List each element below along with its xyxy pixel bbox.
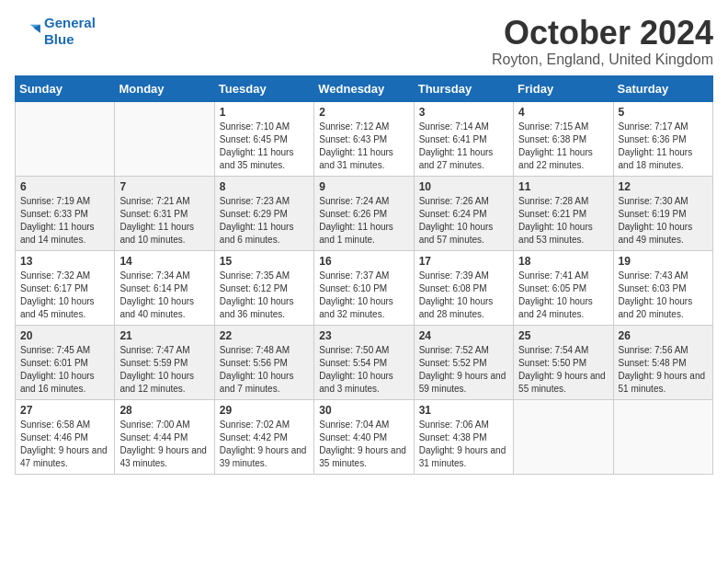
calendar-cell: 20Sunrise: 7:45 AM Sunset: 6:01 PM Dayli… (16, 325, 115, 399)
calendar-cell: 28Sunrise: 7:00 AM Sunset: 4:44 PM Dayli… (115, 399, 214, 474)
day-info: Sunrise: 7:52 AM Sunset: 5:52 PM Dayligh… (419, 344, 508, 396)
day-info: Sunrise: 7:54 AM Sunset: 5:50 PM Dayligh… (518, 344, 608, 396)
calendar-week-row: 13Sunrise: 7:32 AM Sunset: 6:17 PM Dayli… (16, 250, 713, 325)
calendar-cell: 16Sunrise: 7:37 AM Sunset: 6:10 PM Dayli… (314, 250, 414, 325)
day-number: 23 (319, 329, 408, 342)
day-number: 29 (220, 404, 309, 417)
day-info: Sunrise: 7:47 AM Sunset: 5:59 PM Dayligh… (119, 344, 209, 396)
day-number: 21 (119, 329, 209, 342)
day-number: 27 (20, 404, 109, 417)
calendar-cell (16, 101, 115, 176)
calendar-cell: 30Sunrise: 7:04 AM Sunset: 4:40 PM Dayli… (314, 399, 414, 474)
day-info: Sunrise: 7:04 AM Sunset: 4:40 PM Dayligh… (319, 419, 408, 470)
calendar-cell: 19Sunrise: 7:43 AM Sunset: 6:03 PM Dayli… (613, 250, 712, 325)
day-info: Sunrise: 7:19 AM Sunset: 6:33 PM Dayligh… (20, 195, 109, 247)
day-info: Sunrise: 7:41 AM Sunset: 6:05 PM Dayligh… (518, 270, 608, 321)
calendar-cell: 12Sunrise: 7:30 AM Sunset: 6:19 PM Dayli… (613, 176, 712, 250)
title-area: October 2024 Royton, England, United Kin… (492, 15, 713, 68)
logo: General Blue (15, 15, 96, 48)
day-number: 16 (319, 255, 408, 268)
calendar-cell: 14Sunrise: 7:34 AM Sunset: 6:14 PM Dayli… (115, 250, 214, 325)
calendar-cell: 24Sunrise: 7:52 AM Sunset: 5:52 PM Dayli… (414, 325, 513, 399)
calendar-cell: 6Sunrise: 7:19 AM Sunset: 6:33 PM Daylig… (16, 176, 115, 250)
calendar-cell: 17Sunrise: 7:39 AM Sunset: 6:08 PM Dayli… (414, 250, 513, 325)
day-number: 12 (619, 180, 708, 193)
calendar-cell: 5Sunrise: 7:17 AM Sunset: 6:36 PM Daylig… (613, 101, 712, 176)
svg-rect-0 (15, 21, 40, 41)
calendar-cell: 31Sunrise: 7:06 AM Sunset: 4:38 PM Dayli… (414, 399, 513, 474)
calendar-cell: 2Sunrise: 7:12 AM Sunset: 6:43 PM Daylig… (314, 101, 414, 176)
day-info: Sunrise: 7:45 AM Sunset: 6:01 PM Dayligh… (20, 344, 109, 396)
day-number: 20 (20, 329, 109, 342)
calendar-cell: 8Sunrise: 7:23 AM Sunset: 6:29 PM Daylig… (214, 176, 313, 250)
weekday-header-wednesday: Wednesday (314, 75, 414, 101)
day-number: 24 (419, 329, 508, 342)
day-number: 30 (319, 404, 408, 417)
calendar-cell: 10Sunrise: 7:26 AM Sunset: 6:24 PM Dayli… (414, 176, 513, 250)
day-info: Sunrise: 7:37 AM Sunset: 6:10 PM Dayligh… (319, 270, 408, 321)
location-title: Royton, England, United Kingdom (492, 52, 713, 68)
day-info: Sunrise: 7:28 AM Sunset: 6:21 PM Dayligh… (518, 195, 608, 247)
day-number: 31 (419, 404, 508, 417)
weekday-header-sunday: Sunday (16, 75, 115, 101)
day-info: Sunrise: 7:35 AM Sunset: 6:12 PM Dayligh… (220, 270, 309, 321)
calendar-cell: 29Sunrise: 7:02 AM Sunset: 4:42 PM Dayli… (214, 399, 313, 474)
calendar-week-row: 20Sunrise: 7:45 AM Sunset: 6:01 PM Dayli… (16, 325, 713, 399)
day-number: 4 (518, 106, 608, 119)
calendar-cell: 1Sunrise: 7:10 AM Sunset: 6:45 PM Daylig… (214, 101, 313, 176)
weekday-header-row: SundayMondayTuesdayWednesdayThursdayFrid… (16, 75, 713, 101)
day-number: 1 (220, 106, 309, 119)
day-info: Sunrise: 7:43 AM Sunset: 6:03 PM Dayligh… (619, 270, 708, 321)
day-number: 3 (419, 106, 508, 119)
day-number: 17 (419, 255, 508, 268)
month-title: October 2024 (492, 15, 713, 52)
day-info: Sunrise: 7:30 AM Sunset: 6:19 PM Dayligh… (619, 195, 708, 247)
day-info: Sunrise: 7:32 AM Sunset: 6:17 PM Dayligh… (20, 270, 109, 321)
day-info: Sunrise: 7:21 AM Sunset: 6:31 PM Dayligh… (119, 195, 209, 247)
day-number: 28 (119, 404, 209, 417)
day-info: Sunrise: 7:23 AM Sunset: 6:29 PM Dayligh… (220, 195, 309, 247)
day-number: 22 (220, 329, 309, 342)
day-info: Sunrise: 7:24 AM Sunset: 6:26 PM Dayligh… (319, 195, 408, 247)
day-number: 5 (619, 106, 708, 119)
calendar-cell: 15Sunrise: 7:35 AM Sunset: 6:12 PM Dayli… (214, 250, 313, 325)
calendar-cell: 4Sunrise: 7:15 AM Sunset: 6:38 PM Daylig… (514, 101, 613, 176)
logo-icon (15, 21, 40, 41)
day-number: 7 (119, 180, 209, 193)
calendar-week-row: 27Sunrise: 6:58 AM Sunset: 4:46 PM Dayli… (16, 399, 713, 474)
day-number: 10 (419, 180, 508, 193)
day-info: Sunrise: 7:34 AM Sunset: 6:14 PM Dayligh… (119, 270, 209, 321)
day-number: 14 (119, 255, 209, 268)
day-info: Sunrise: 7:17 AM Sunset: 6:36 PM Dayligh… (619, 121, 708, 172)
calendar-cell: 11Sunrise: 7:28 AM Sunset: 6:21 PM Dayli… (514, 176, 613, 250)
calendar-cell: 21Sunrise: 7:47 AM Sunset: 5:59 PM Dayli… (115, 325, 214, 399)
day-number: 11 (518, 180, 608, 193)
weekday-header-thursday: Thursday (414, 75, 513, 101)
calendar-cell: 18Sunrise: 7:41 AM Sunset: 6:05 PM Dayli… (514, 250, 613, 325)
weekday-header-tuesday: Tuesday (214, 75, 313, 101)
weekday-header-saturday: Saturday (613, 75, 712, 101)
day-info: Sunrise: 7:26 AM Sunset: 6:24 PM Dayligh… (419, 195, 508, 247)
calendar-cell: 9Sunrise: 7:24 AM Sunset: 6:26 PM Daylig… (314, 176, 414, 250)
calendar-cell: 25Sunrise: 7:54 AM Sunset: 5:50 PM Dayli… (514, 325, 613, 399)
day-number: 15 (220, 255, 309, 268)
day-info: Sunrise: 7:06 AM Sunset: 4:38 PM Dayligh… (419, 419, 508, 470)
day-info: Sunrise: 6:58 AM Sunset: 4:46 PM Dayligh… (20, 419, 109, 470)
calendar-cell: 27Sunrise: 6:58 AM Sunset: 4:46 PM Dayli… (16, 399, 115, 474)
calendar-cell: 3Sunrise: 7:14 AM Sunset: 6:41 PM Daylig… (414, 101, 513, 176)
day-info: Sunrise: 7:50 AM Sunset: 5:54 PM Dayligh… (319, 344, 408, 396)
day-number: 25 (518, 329, 608, 342)
calendar-cell: 7Sunrise: 7:21 AM Sunset: 6:31 PM Daylig… (115, 176, 214, 250)
day-info: Sunrise: 7:39 AM Sunset: 6:08 PM Dayligh… (419, 270, 508, 321)
day-info: Sunrise: 7:12 AM Sunset: 6:43 PM Dayligh… (319, 121, 408, 172)
weekday-header-monday: Monday (115, 75, 214, 101)
day-number: 26 (619, 329, 708, 342)
day-info: Sunrise: 7:56 AM Sunset: 5:48 PM Dayligh… (619, 344, 708, 396)
weekday-header-friday: Friday (514, 75, 613, 101)
day-number: 6 (20, 180, 109, 193)
day-number: 18 (518, 255, 608, 268)
day-info: Sunrise: 7:14 AM Sunset: 6:41 PM Dayligh… (419, 121, 508, 172)
calendar-cell (115, 101, 214, 176)
day-info: Sunrise: 7:10 AM Sunset: 6:45 PM Dayligh… (220, 121, 309, 172)
calendar-table: SundayMondayTuesdayWednesdayThursdayFrid… (15, 75, 713, 475)
